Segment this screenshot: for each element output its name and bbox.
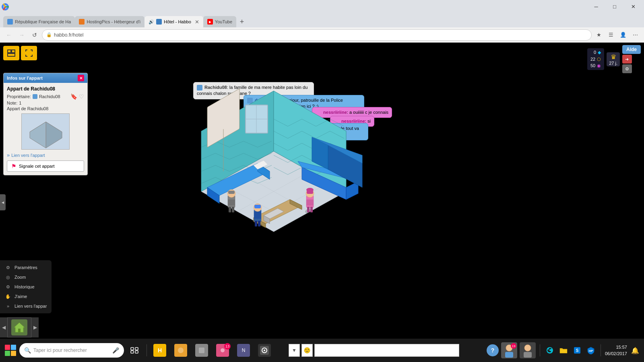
svg-rect-43 <box>232 207 234 212</box>
hp-button[interactable]: HP <box>585 345 597 356</box>
tab-1[interactable]: République Française de Ha <box>3 16 75 27</box>
owner-row: Propriétaire: Rachidu08 🔖 ♡ <box>7 93 84 100</box>
room-name2-row: Appart de Rachidu08 <box>7 106 84 111</box>
info-panel-close-button[interactable]: ✕ <box>78 75 84 81</box>
nav-icon-room[interactable] <box>7 317 31 337</box>
room-thumb-svg <box>22 114 70 150</box>
reload-button[interactable]: ↺ <box>29 29 40 41</box>
forward-button[interactable]: → <box>16 29 27 41</box>
menu-item-lien[interactable]: » Lien vers l'appar <box>5 301 47 311</box>
tab-4[interactable]: ▶ YouTube <box>203 16 236 27</box>
minimize-button[interactable]: ─ <box>587 0 605 13</box>
svg-rect-56 <box>307 207 310 212</box>
svg-text:S: S <box>576 348 579 353</box>
svg-point-60 <box>306 188 314 192</box>
extensions-button[interactable]: ⋯ <box>630 29 641 41</box>
bottom-nav: ◀ ▶ <box>0 317 39 337</box>
svg-text:N: N <box>242 348 246 353</box>
like-hand-icon: ✋ <box>5 293 11 300</box>
tab-3-active[interactable]: 🔊 Hôtel - Habbo ✕ <box>144 16 203 27</box>
fullscreen-button[interactable] <box>21 46 37 60</box>
menu-label-parametres: Paramètres <box>14 265 37 270</box>
menu-label-historique: Historique <box>14 284 35 289</box>
settings-icon: ⚙ <box>5 264 11 271</box>
task-view-button[interactable] <box>126 341 143 359</box>
menu-item-zoom[interactable]: ◎ Zoom <box>5 272 47 282</box>
clock-time: 15:57 <box>605 344 627 351</box>
menu-item-historique[interactable]: ⚙ Historique <box>5 282 47 292</box>
svg-rect-86 <box>524 352 532 358</box>
nav-right-arrow[interactable]: ▶ <box>31 317 39 337</box>
chrome-logo <box>2 3 9 10</box>
svg-text:HP: HP <box>588 349 593 353</box>
new-tab-button[interactable]: + <box>236 16 248 27</box>
chat-input[interactable] <box>314 344 459 357</box>
close-button[interactable]: ✕ <box>624 0 642 13</box>
layout-icon <box>7 49 15 57</box>
browser-chrome: ─ □ ✕ République Française de Ha Hosting… <box>0 0 644 43</box>
room-icon <box>11 319 27 335</box>
user-badge-1: 19 <box>511 343 516 349</box>
zoom-icon: ◎ <box>5 274 11 280</box>
browser-menu-button[interactable]: ☰ <box>605 29 617 41</box>
flag-icon: ⚑ <box>11 163 17 169</box>
top-left-controls <box>3 46 37 60</box>
file-explorer-button[interactable] <box>558 345 569 356</box>
back-button[interactable]: ← <box>3 29 14 41</box>
link-arrows-icon: » <box>5 303 11 309</box>
menu-item-jaime[interactable]: ✋ J'aime <box>5 292 47 301</box>
taskbar-search[interactable]: 🔍 Taper ici pour rechercher 🎤 <box>19 343 124 358</box>
svg-rect-49 <box>255 221 257 226</box>
settings-button[interactable]: ⚙ <box>622 64 632 73</box>
taskbar-app-5[interactable] <box>255 341 274 359</box>
nav-left-arrow[interactable]: ◀ <box>0 317 7 337</box>
menu-item-parametres[interactable]: ⚙ Paramètres <box>5 263 47 272</box>
tab-3-close[interactable]: ✕ <box>195 19 199 25</box>
taskbar-user-1[interactable]: 19 <box>501 342 517 358</box>
taskbar-app-4[interactable]: N <box>234 341 253 359</box>
tab-3-sound-icon: 🔊 <box>149 19 154 25</box>
address-bar[interactable]: 🔒 habbo.fr/hotel <box>42 29 592 41</box>
bookmark-star-button[interactable]: ★ <box>593 29 605 41</box>
layout-toggle-button[interactable] <box>3 46 19 60</box>
aide-button[interactable]: Aide <box>622 45 641 54</box>
chat-dropdown-button[interactable]: ▼ <box>289 344 300 357</box>
help-button[interactable]: ? <box>487 344 499 356</box>
svg-rect-64 <box>135 348 138 350</box>
menu-label-zoom: Zoom <box>14 275 26 280</box>
store-button[interactable]: S <box>572 345 583 356</box>
taskbar-sys-icons: S HP <box>544 345 597 356</box>
house-svg <box>13 321 25 333</box>
close-icon: ✕ <box>79 76 83 80</box>
svg-point-81 <box>305 349 306 350</box>
svg-point-53 <box>305 209 315 214</box>
room-link[interactable]: » Lien vers l'appart <box>7 152 84 158</box>
edge-browser-button[interactable] <box>544 345 555 356</box>
taskbar-app-1[interactable] <box>171 341 190 359</box>
svg-rect-84 <box>505 352 513 358</box>
tab-2[interactable]: HostingPics - Hébergeur d'i <box>75 16 144 27</box>
pixel-icon: ◉ <box>597 62 601 69</box>
taskbar-app-habbo[interactable]: H <box>150 341 169 359</box>
exit-button[interactable]: ➜ <box>622 55 632 64</box>
taskbar-app-2[interactable] <box>192 341 211 359</box>
top-right-panel: 0 ◆ 22 ⬡ 50 ◉ ♛ 27 j. Aide ➜ ⚙ <box>587 45 641 73</box>
days-value: 27 j. <box>609 61 617 66</box>
svg-point-46 <box>253 223 262 228</box>
svg-rect-41 <box>228 200 235 206</box>
start-button[interactable] <box>3 343 18 358</box>
notification-button[interactable]: 🔔 <box>630 345 641 356</box>
task-view-icon <box>130 347 138 354</box>
app-1-svg <box>176 346 185 355</box>
report-button[interactable]: ⚑ Signale cet appart <box>7 160 84 172</box>
taskbar-app-3[interactable]: 13 <box>213 341 232 359</box>
taskbar-user-2[interactable] <box>520 342 536 358</box>
left-collapse-tab[interactable]: ◂ <box>0 194 6 210</box>
game-area: Infos sur l'appart ✕ Appart de Rachidu08… <box>0 43 644 362</box>
windows-logo <box>5 345 16 356</box>
tab-2-favicon <box>79 19 85 25</box>
maximize-button[interactable]: □ <box>605 0 624 13</box>
user-accounts-button[interactable]: 👤 <box>617 29 629 41</box>
svg-text:H: H <box>158 347 162 354</box>
chat-emoji-button[interactable] <box>301 344 313 357</box>
